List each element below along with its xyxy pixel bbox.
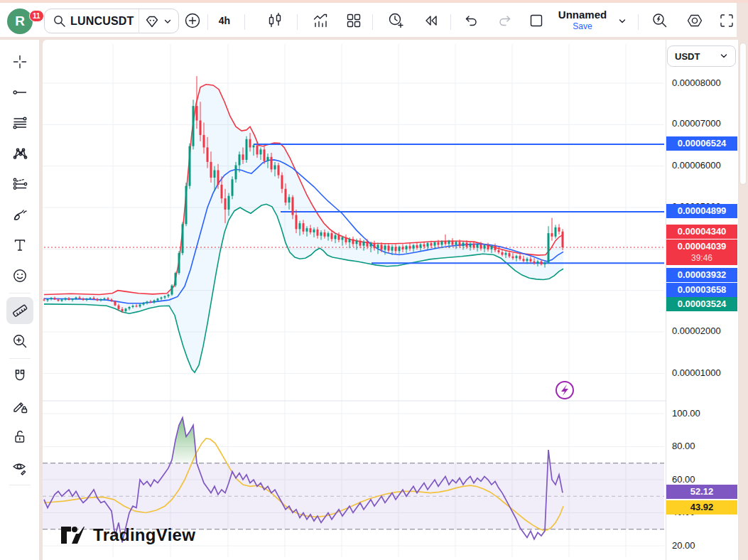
price-tick: 0.00007000 (672, 118, 721, 129)
price-label: 0.00004899 (666, 204, 737, 218)
settings-button[interactable] (683, 9, 707, 33)
select-layout-button[interactable] (524, 9, 548, 33)
emoji-icon (12, 268, 28, 284)
chevron-down-icon[interactable] (617, 16, 628, 27)
fullscreen-icon (718, 12, 735, 29)
tool-emoji[interactable] (6, 262, 33, 289)
divider (9, 293, 31, 294)
tool-drawing-mode-lock[interactable] (6, 393, 33, 420)
layout-templates-button[interactable] (342, 9, 366, 33)
avatar-letter: R (15, 14, 25, 29)
chart-panel: TradingView USDT 0.000080000.000070000.0… (43, 40, 738, 560)
divider (139, 9, 139, 33)
price-tick: 0.00002000 (672, 325, 721, 337)
quick-search-icon (651, 11, 669, 30)
divider (207, 14, 208, 30)
chart-style-button[interactable] (263, 9, 287, 33)
tool-text[interactable] (6, 232, 33, 259)
layout-square-icon (528, 12, 545, 29)
currency-dropdown[interactable]: USDT (667, 45, 736, 67)
gem-icon (143, 13, 161, 30)
tool-lock-all[interactable] (6, 424, 33, 451)
drawing-toolbar (0, 40, 39, 560)
pattern-icon (12, 146, 28, 161)
price-tick: 100.00 (672, 408, 700, 419)
price-tick: 80.00 (672, 441, 695, 452)
tool-fib-retracement[interactable] (6, 109, 33, 136)
scrollbar-thumb[interactable] (739, 43, 747, 185)
undo-button[interactable] (459, 9, 483, 33)
search-icon (52, 14, 67, 29)
tradingview-watermark: TradingView (60, 525, 195, 545)
tradingview-logo-icon (60, 526, 87, 544)
price-label: 0.00006524 (666, 136, 737, 151)
price-tick: 20.00 (672, 540, 695, 551)
symbol-search-box[interactable]: LUNCUSDT (44, 9, 179, 33)
redo-icon (497, 12, 514, 29)
settings-icon (685, 11, 704, 30)
edit-lock-icon (11, 398, 28, 415)
tool-zoom-in[interactable] (6, 328, 33, 355)
price-label: 0.00004039 (666, 239, 737, 254)
tool-pattern[interactable] (6, 140, 33, 167)
redo-button[interactable] (493, 9, 517, 33)
tool-hide-drawings[interactable] (6, 454, 33, 481)
quick-search-button[interactable] (648, 9, 672, 33)
symbol-name: LUNCUSDT (70, 15, 134, 28)
page-scrollbar (738, 40, 748, 560)
lock-icon (11, 429, 28, 446)
divider (9, 358, 31, 359)
tool-brush[interactable] (6, 201, 33, 228)
chevron-down-icon (162, 16, 173, 27)
crosshair-icon (12, 54, 28, 70)
lightning-button[interactable] (556, 382, 573, 399)
divider (9, 485, 31, 485)
bar-replay-button[interactable] (419, 9, 443, 33)
indicators-icon (312, 12, 329, 29)
layout-grid-icon (345, 12, 362, 29)
hide-drawings-icon (11, 459, 28, 476)
price-label: 0.00003524 (666, 297, 737, 311)
price-tick: 0.00008000 (672, 77, 721, 89)
save-button[interactable]: Save (547, 21, 618, 31)
divider (450, 14, 451, 30)
tool-magnet[interactable] (6, 362, 33, 389)
user-avatar[interactable]: R 11 (7, 9, 33, 34)
price-label: 0.00003932 (666, 268, 737, 282)
currency-label: USDT (675, 51, 718, 62)
price-scale[interactable]: USDT 0.000080000.000070000.000060000.000… (666, 40, 738, 560)
indicators-button[interactable] (308, 9, 332, 33)
trend-line-icon (12, 85, 28, 100)
tool-crosshair[interactable] (6, 48, 33, 75)
divider (638, 14, 639, 30)
tool-trend-line[interactable] (6, 79, 33, 106)
layout-name-block[interactable]: Unnamed Save (547, 8, 618, 31)
magnet-icon (11, 367, 28, 384)
ruler-icon (11, 302, 28, 319)
price-tick: 0.00001000 (672, 367, 721, 379)
undo-icon (462, 12, 479, 29)
alert-plus-icon (386, 11, 405, 30)
fullscreen-button[interactable] (715, 9, 739, 33)
chevron-down-icon (718, 50, 730, 62)
brush-icon (12, 207, 28, 222)
price-label: 0.00003658 (666, 283, 737, 297)
candles-icon (266, 12, 283, 29)
layout-name: Unnamed (547, 8, 618, 21)
interval-button[interactable]: 4h (210, 9, 239, 33)
price-tick: 60.00 (672, 474, 695, 485)
price-label: 43.92 (666, 500, 737, 515)
divider (297, 14, 298, 30)
divider (244, 14, 245, 30)
price-label: 0.00004340 (666, 225, 737, 239)
text-icon (12, 237, 28, 253)
price-label: 52.12 (666, 485, 737, 499)
create-alert-button[interactable] (384, 9, 408, 33)
zoom-in-icon (11, 333, 28, 350)
tool-measure[interactable] (6, 297, 33, 324)
replay-icon (422, 11, 440, 30)
add-symbol-button[interactable] (180, 9, 205, 33)
projection-icon (12, 176, 28, 192)
top-toolbar: R 11 LUNCUSDT 4h (0, 3, 737, 37)
tool-projection[interactable] (6, 171, 33, 198)
